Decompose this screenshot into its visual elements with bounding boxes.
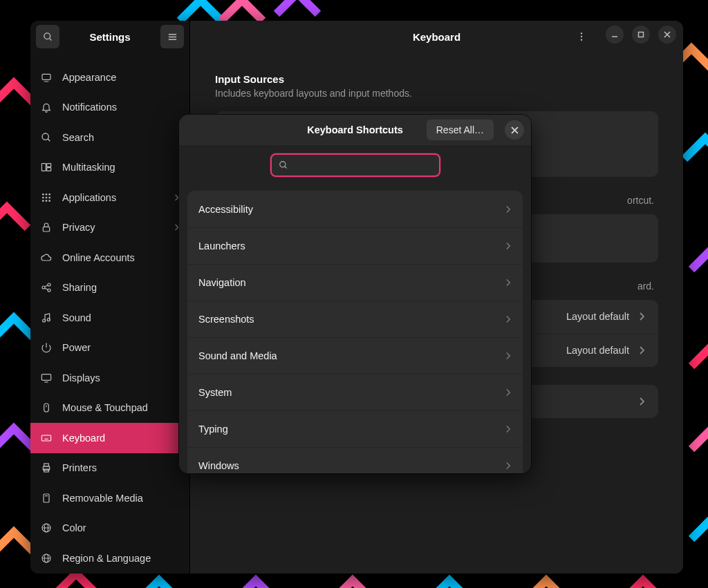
maximize-button[interactable]	[632, 26, 650, 44]
sidebar-list: AppearanceNotificationsSearchMultitaskin…	[30, 53, 189, 573]
sidebar-item-color[interactable]: Color	[30, 513, 189, 544]
svg-rect-34	[41, 435, 50, 441]
category-row-screenshots[interactable]: Screenshots	[187, 301, 523, 337]
category-row-sound-and-media[interactable]: Sound and Media	[187, 337, 523, 374]
sidebar-item-online-accounts[interactable]: Online Accounts	[30, 243, 189, 273]
svg-point-19	[42, 200, 44, 202]
svg-point-13	[42, 193, 44, 196]
category-row-launchers[interactable]: Launchers	[187, 227, 523, 264]
category-row-accessibility[interactable]: Accessibility	[187, 191, 523, 227]
sidebar-item-applications[interactable]: Applications	[30, 182, 189, 213]
svg-point-14	[46, 193, 48, 196]
sidebar-item-label: Sound	[62, 312, 91, 323]
category-label: Windows	[198, 460, 505, 471]
sidebar-item-multitasking[interactable]: Multitasking	[30, 153, 189, 183]
kebab-icon	[577, 32, 586, 41]
category-list: AccessibilityLaunchersNavigationScreensh…	[187, 191, 523, 473]
chevron-right-icon	[505, 424, 512, 434]
sidebar-item-search[interactable]: Search	[30, 122, 189, 153]
sidebar-item-label: Multitasking	[62, 162, 115, 173]
sidebar-item-label: Keyboard	[62, 433, 105, 444]
sidebar-item-label: Displays	[62, 372, 100, 383]
sidebar-item-region-language[interactable]: Region & Language	[30, 543, 189, 573]
sidebar-item-sound[interactable]: Sound	[30, 303, 189, 333]
reset-all-button[interactable]: Reset All…	[427, 120, 494, 140]
sidebar-search-button[interactable]	[36, 25, 59, 48]
sidebar-item-notifications[interactable]: Notifications	[30, 93, 189, 123]
display-icon	[40, 372, 53, 384]
hamburger-menu-button[interactable]	[160, 25, 184, 48]
sidebar-item-printers[interactable]: Printers	[30, 453, 189, 484]
sidebar-item-displays[interactable]: Displays	[30, 363, 189, 393]
sidebar-item-label: Appearance	[62, 72, 116, 83]
lock-icon	[40, 221, 53, 234]
category-label: Sound and Media	[198, 350, 505, 361]
svg-point-18	[48, 196, 50, 198]
sidebar-item-mouse-touchpad[interactable]: Mouse & Touchpad	[30, 393, 189, 424]
category-label: Typing	[198, 424, 505, 435]
svg-point-24	[48, 283, 50, 286]
svg-point-51	[581, 32, 582, 34]
search-input[interactable]	[294, 160, 432, 171]
svg-line-27	[45, 288, 48, 290]
sidebar-title: Settings	[64, 31, 156, 43]
dialog-close-button[interactable]	[505, 120, 524, 140]
main-header: Keyboard	[190, 21, 683, 53]
sidebar-item-label: Search	[62, 132, 94, 143]
search-box[interactable]	[270, 153, 440, 177]
dialog-search-bar	[179, 145, 531, 185]
svg-point-15	[48, 193, 50, 196]
dialog-header: Keyboard Shortcuts Reset All…	[179, 115, 531, 145]
sidebar-item-privacy[interactable]: Privacy	[30, 213, 189, 243]
svg-point-16	[42, 196, 44, 198]
sidebar-item-label: Power	[62, 342, 91, 353]
category-row-windows[interactable]: Windows	[187, 447, 523, 473]
svg-point-17	[46, 196, 48, 198]
share-icon	[40, 281, 53, 294]
svg-point-29	[47, 318, 50, 321]
sidebar-item-power[interactable]: Power	[30, 333, 189, 363]
close-icon	[511, 126, 519, 134]
main-kebab-button[interactable]	[570, 25, 593, 48]
chevron-right-icon	[505, 278, 512, 287]
minimize-button[interactable]	[606, 26, 624, 44]
sidebar-item-label: Applications	[62, 192, 116, 203]
power-icon	[40, 341, 53, 354]
section-title-input-sources: Input Sources	[215, 73, 658, 85]
minimize-icon	[611, 31, 618, 38]
svg-rect-55	[639, 32, 644, 37]
close-icon	[664, 31, 671, 38]
sidebar-item-label: Removable Media	[62, 493, 143, 504]
svg-point-8	[42, 133, 48, 140]
search-icon	[279, 160, 288, 170]
chevron-right-icon	[505, 314, 512, 324]
svg-line-2	[49, 38, 51, 40]
chevron-right-icon	[505, 241, 512, 251]
sidebar-item-label: Mouse & Touchpad	[62, 402, 148, 413]
category-label: Navigation	[198, 277, 505, 288]
sidebar-item-appearance[interactable]: Appearance	[30, 62, 189, 93]
chevron-right-icon	[505, 461, 512, 471]
close-button[interactable]	[658, 26, 676, 44]
category-label: System	[198, 387, 505, 398]
sidebar-item-label: Notifications	[62, 102, 117, 113]
search-icon	[43, 32, 53, 42]
sidebar-item-keyboard[interactable]: Keyboard	[30, 423, 189, 453]
keyboard-shortcuts-dialog: Keyboard Shortcuts Reset All… Accessibil…	[179, 115, 531, 473]
category-row-typing[interactable]: Typing	[187, 410, 523, 447]
note-icon	[40, 312, 53, 324]
sidebar-item-sharing[interactable]: Sharing	[30, 273, 189, 303]
keyboard-icon	[40, 432, 53, 444]
category-row-navigation[interactable]: Navigation	[187, 264, 523, 301]
sidebar-item-removable-media[interactable]: Removable Media	[30, 483, 189, 513]
dialog-body: AccessibilityLaunchersNavigationScreensh…	[179, 185, 531, 473]
media-icon	[40, 492, 53, 504]
sidebar-item-label: Color	[62, 522, 86, 533]
appearance-icon	[40, 71, 53, 84]
chevron-right-icon	[639, 397, 646, 406]
category-row-system[interactable]: System	[187, 374, 523, 410]
globe-icon	[40, 522, 53, 534]
svg-point-1	[44, 32, 50, 39]
svg-rect-41	[44, 464, 49, 466]
sidebar-item-label: Region & Language	[62, 553, 151, 564]
